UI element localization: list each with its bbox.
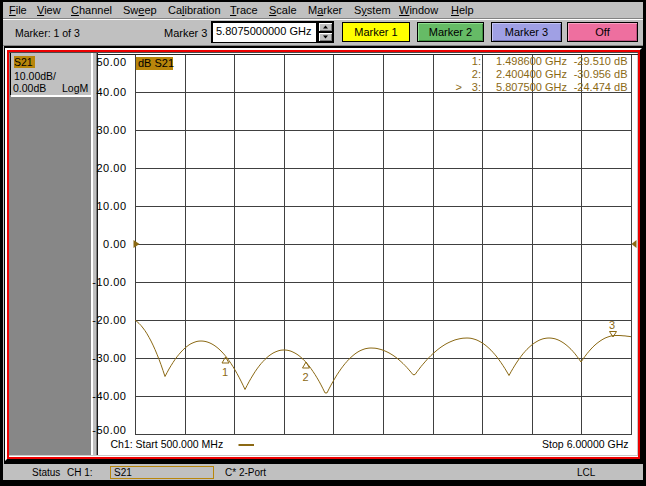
svg-text:20.00: 20.00 <box>96 162 126 174</box>
svg-text:-20.00: -20.00 <box>92 314 126 326</box>
svg-text:-10.00: -10.00 <box>92 276 126 288</box>
svg-text:-50.00: -50.00 <box>92 424 126 436</box>
svg-text:1: 1 <box>222 366 228 378</box>
svg-text:0.00: 0.00 <box>103 238 126 250</box>
svg-text:-30.956 dB: -30.956 dB <box>574 68 628 80</box>
svg-text:2:: 2: <box>472 68 481 80</box>
svg-text:Stop 6.00000 GHz: Stop 6.00000 GHz <box>542 438 628 450</box>
svg-text:dB S21: dB S21 <box>138 57 174 69</box>
svg-text:3:: 3: <box>472 81 481 93</box>
svg-text:2: 2 <box>303 371 309 383</box>
svg-text:1:: 1: <box>472 55 481 67</box>
svg-text:50.00: 50.00 <box>96 56 126 68</box>
svg-text:-29.510 dB: -29.510 dB <box>574 55 628 67</box>
svg-text:10.00: 10.00 <box>96 200 126 212</box>
svg-text:>: > <box>456 81 462 93</box>
svg-text:1.498600 GHz: 1.498600 GHz <box>496 55 567 67</box>
svg-text:Ch1: Start 500.000 MHz: Ch1: Start 500.000 MHz <box>111 438 224 450</box>
svg-text:40.00: 40.00 <box>96 86 126 98</box>
svg-text:-30.00: -30.00 <box>92 352 126 364</box>
svg-text:-40.00: -40.00 <box>92 390 126 402</box>
svg-text:3: 3 <box>609 319 615 331</box>
svg-text:30.00: 30.00 <box>96 124 126 136</box>
svg-text:2.400400 GHz: 2.400400 GHz <box>496 68 567 80</box>
svg-text:-24.474 dB: -24.474 dB <box>574 81 628 93</box>
svg-text:5.807500 GHz: 5.807500 GHz <box>496 81 567 93</box>
